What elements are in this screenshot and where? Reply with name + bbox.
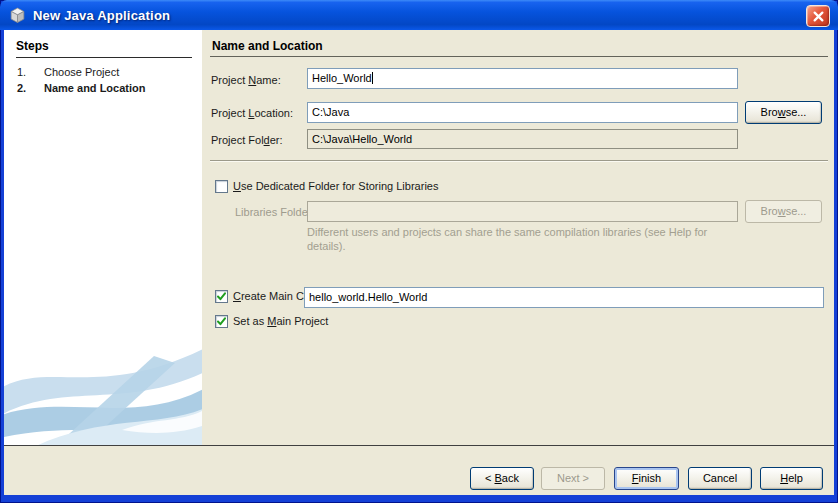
checkmark-icon [216,316,227,327]
set-main-project-checkbox[interactable] [215,315,228,328]
step-number: 1. [17,66,39,78]
steps-heading: Steps [16,39,49,53]
section-separator [210,160,828,162]
libraries-hint-line1: Different users and projects can share t… [307,226,707,238]
project-location-value: C:\Java [312,106,349,118]
libraries-folder-input [307,201,738,222]
panel-heading-rule [210,56,828,57]
watermark-swoosh-graphic [4,334,202,446]
panel-heading: Name and Location [212,39,323,53]
browse-location-button[interactable]: Browse... [745,101,822,124]
title-bar[interactable]: New Java Application [0,0,838,30]
project-name-value: Hello_World [312,72,372,84]
step-number: 2. [17,82,39,94]
project-location-input[interactable]: C:\Java [307,102,738,123]
project-location-label: Project Location: [211,107,293,119]
close-button[interactable] [806,5,830,27]
window-title: New Java Application [33,8,170,23]
main-class-value: hello_world.Hello_World [309,291,427,303]
text-caret [372,72,373,84]
main-class-input[interactable]: hello_world.Hello_World [304,287,824,308]
browse-libraries-button: Browse... [745,200,822,223]
libraries-folder-label: Libraries Folder: [235,206,314,218]
name-location-panel: Name and Location Project Name: Hello_Wo… [202,30,834,446]
use-dedicated-folder-label[interactable]: Use Dedicated Folder for Storing Librari… [233,180,438,192]
close-icon [813,11,824,22]
set-main-project-label[interactable]: Set as Main Project [233,315,328,327]
project-name-label: Project Name: [211,74,281,86]
cancel-button[interactable]: Cancel [688,467,752,490]
use-dedicated-folder-checkbox[interactable] [215,180,228,193]
back-button[interactable]: < Back [470,467,534,490]
new-java-application-dialog: New Java Application Steps 1. Choose Pro… [0,0,838,503]
project-folder-label: Project Folder: [211,134,283,146]
step-label: Name and Location [44,82,194,94]
next-button: Next > [541,467,605,490]
finish-button[interactable]: Finish [614,467,679,490]
project-folder-value: C:\Java\Hello_World [312,133,412,145]
project-name-input[interactable]: Hello_World [307,68,738,89]
create-main-class-checkbox[interactable] [215,290,228,303]
checkmark-icon [216,291,227,302]
project-folder-field: C:\Java\Hello_World [307,129,738,149]
libraries-hint-line2: details). [307,240,346,252]
help-button[interactable]: Help [760,467,823,490]
steps-panel: Steps 1. Choose Project 2. Name and Loca… [4,30,202,446]
netbeans-cube-icon [9,7,26,24]
steps-heading-rule [16,57,192,58]
step-label: Choose Project [44,66,194,78]
